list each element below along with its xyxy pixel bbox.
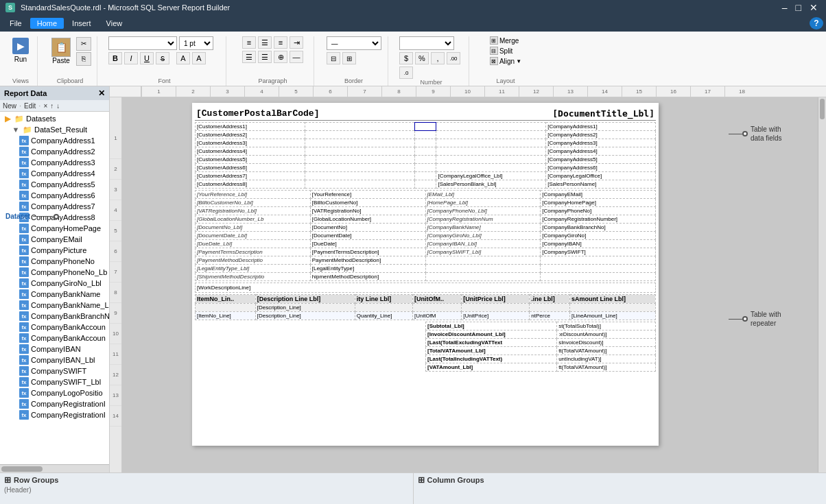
phone-lbl[interactable]: [CompanyPhoneNo_Lbl]	[425, 207, 541, 215]
maximize-button[interactable]: □	[793, 2, 804, 13]
payterms-val[interactable]: [PaymentTermsDescription]	[310, 248, 425, 256]
field-companybankname-l[interactable]: fx CompanyBankName_L	[0, 300, 109, 311]
percent-button[interactable]: %	[415, 52, 429, 64]
incl-vat-val[interactable]: untIncludingVAT)]	[557, 355, 656, 363]
customer-addr6[interactable]: [CustomerAddress6]	[196, 164, 305, 172]
field-companybankbranchn[interactable]: fx CompanyBankBranchN	[0, 311, 109, 322]
field-companyaddress7[interactable]: fx CompanyAddress7	[0, 201, 109, 212]
field-companyaddress3[interactable]: fx CompanyAddress3	[0, 157, 109, 168]
company-email[interactable]: [CompanyEMail]	[541, 191, 656, 199]
decrease-decimal-button[interactable]: .0	[399, 67, 413, 79]
globloc-lbl[interactable]: [GlobalLocationNumber_Lb	[196, 215, 311, 224]
window-controls[interactable]: – □ ✕	[779, 2, 821, 13]
customer-addr3[interactable]: [CustomerAddress3]	[196, 139, 305, 147]
customer-addr8[interactable]: [CustomerAddress8]	[196, 180, 305, 189]
yourref-lbl[interactable]: [YourReference_Lbl]	[196, 191, 311, 199]
paste-button[interactable]: 📋 Paste	[49, 36, 73, 66]
field-companyaddress5[interactable]: fx CompanyAddress5	[0, 179, 109, 190]
strikethrough-button[interactable]: S̶	[156, 52, 169, 64]
paymethod-val[interactable]: PaymentMethodDescription]	[310, 256, 425, 265]
company-addr2[interactable]: [CompanyAddress2]	[546, 131, 656, 139]
underline-button[interactable]: U	[140, 52, 154, 64]
shipmethod-val[interactable]: hipmentMethodDescription]	[310, 273, 425, 281]
field-companyswift-lbl[interactable]: fx CompanySWIFT_Lbl	[0, 376, 109, 387]
delete-button[interactable]: ×	[43, 102, 47, 110]
move-up-button[interactable]: ↑	[50, 102, 54, 110]
border-preset-button[interactable]: ⊞	[342, 52, 356, 64]
field-companyaddress6[interactable]: fx CompanyAddress6	[0, 190, 109, 201]
duedate-val[interactable]: [DueDate]	[310, 240, 425, 248]
customer-addr7[interactable]: [CustomerAddress7]	[196, 172, 305, 180]
help-button[interactable]: ?	[810, 17, 823, 29]
close-button[interactable]: ✕	[807, 2, 821, 13]
field-companyswift[interactable]: fx CompanySWIFT	[0, 365, 109, 376]
bold-button[interactable]: B	[108, 52, 122, 64]
menu-view[interactable]: View	[99, 18, 130, 29]
company-iban[interactable]: [CompanyIBAN]	[541, 240, 656, 248]
indent-button[interactable]: ⇥	[290, 36, 303, 49]
align-left-button[interactable]: ≡	[242, 36, 256, 49]
align-label[interactable]: Align	[499, 58, 515, 65]
split-label[interactable]: Split	[499, 47, 512, 55]
field-companyregn1[interactable]: fx CompanyRegistrationI	[0, 398, 109, 409]
total-vat-lbl[interactable]: [TotalVATAmount_Lbl]	[426, 347, 557, 355]
billto-val[interactable]: [BilltoCustomerNo]	[310, 199, 425, 207]
subtotal-val[interactable]: st(TotalSubTotal)]	[557, 322, 656, 331]
field-companyiban-lbl[interactable]: fx CompanyIBAN_Lbl	[0, 355, 109, 365]
merge-label[interactable]: Merge	[499, 37, 519, 45]
scrollbar-thumb-v[interactable]	[820, 99, 825, 119]
run-button[interactable]: ▶ Run	[10, 36, 32, 64]
company-phone[interactable]: [CompanyPhoneNo]	[541, 207, 656, 215]
docdate-val[interactable]: [DocumentDate]	[310, 232, 425, 240]
uofm-header[interactable]: [UnitOfM..	[412, 295, 461, 304]
increase-decimal-button[interactable]: .00	[447, 52, 460, 64]
currency-button[interactable]: $	[399, 52, 413, 64]
company-addr5[interactable]: [CompanyAddress5]	[546, 156, 656, 164]
font-highlight-button[interactable]: A	[192, 52, 206, 64]
field-companybankaccoun1[interactable]: fx CompanyBankAccoun	[0, 322, 109, 333]
uofm-data[interactable]: [UnitOfM	[412, 312, 461, 320]
tree-scrollbar-h[interactable]	[0, 464, 109, 472]
linedisc-data[interactable]: ntPerce	[530, 312, 570, 320]
cut-button[interactable]: ✂	[76, 37, 91, 51]
docno-val[interactable]: [DocumentNo]	[310, 224, 425, 232]
customer-addr1[interactable]: [CustomerAddress1]	[196, 123, 305, 131]
company-addr1[interactable]: [CompanyAddress1]	[546, 123, 656, 131]
comma-button[interactable]: ,	[431, 52, 445, 64]
girono-lbl[interactable]: [CompanyGiroNo_Lbl]	[425, 232, 541, 240]
unitprice-header[interactable]: [UnitPrice Lbl]	[462, 295, 530, 304]
qty-header[interactable]: ity Line Lbl]	[355, 295, 412, 304]
billto-lbl[interactable]: [BilltoCustomerNo_Lbl]	[196, 199, 311, 207]
homepage-lbl[interactable]: [HomePage_Lbl]	[425, 199, 541, 207]
canvas-scrollbar-v[interactable]	[818, 97, 826, 472]
vat-amount-lbl[interactable]: [VATAmount_Lbl]	[426, 363, 557, 372]
datasets-folder[interactable]: ▶ 📁 Datasets	[0, 113, 109, 124]
field-companylogopos[interactable]: fx CompanyLogoPositio	[0, 387, 109, 398]
paymethod-lbl[interactable]: [PaymentMethodDescriptio	[196, 256, 311, 265]
font-size-select[interactable]: 1 pt	[179, 36, 213, 50]
field-companyhomepage[interactable]: fx CompanyHomePage	[0, 223, 109, 234]
itemno-header[interactable]: ItemNo_Lin..	[196, 295, 256, 304]
company-addr4[interactable]: [CompanyAddress4]	[546, 147, 656, 156]
border-color-button[interactable]: ⊟	[327, 52, 340, 64]
customer-addr2[interactable]: [CustomerAddress2]	[196, 131, 305, 139]
amount-data[interactable]: [LineAmount_Line]	[570, 312, 656, 320]
list-button[interactable]: ☰	[242, 51, 256, 63]
excl-vat-lbl[interactable]: [Last(TotalExcludingVATText	[426, 339, 557, 347]
postal-barcode-field[interactable]: [CustomerPostalBarCode]	[196, 108, 319, 119]
email-lbl[interactable]: [EMail_Lbl]	[425, 191, 541, 199]
unitprice-data[interactable]: [UnitPrice]	[462, 312, 530, 320]
customer-addr5[interactable]: [CustomerAddress5]	[196, 156, 305, 164]
legalentity-lbl[interactable]: [LegalEntityType_Lbl]	[196, 265, 311, 273]
vat-amount-val[interactable]: tt(TotalVATAmount)]	[557, 363, 656, 372]
legalentity-val[interactable]: [LegalEntityType]	[310, 265, 425, 273]
desc-data[interactable]: [Description_Line]	[255, 312, 355, 320]
excl-vat-val[interactable]: sInvoiceDiscount)]	[557, 339, 656, 347]
scrollbar-thumb-h[interactable]	[1, 466, 43, 472]
company-branch[interactable]: [CompanyBankBranchNo]	[541, 224, 656, 232]
incl-vat-lbl[interactable]: [Last(TotalIncludingVATText)	[426, 355, 557, 363]
edit-button[interactable]: Edit	[24, 102, 36, 110]
field-companybankaccoun2[interactable]: fx CompanyBankAccoun	[0, 333, 109, 344]
customer-addr4[interactable]: [CustomerAddress4]	[196, 147, 305, 156]
field-companyiban[interactable]: fx CompanyIBAN	[0, 344, 109, 355]
